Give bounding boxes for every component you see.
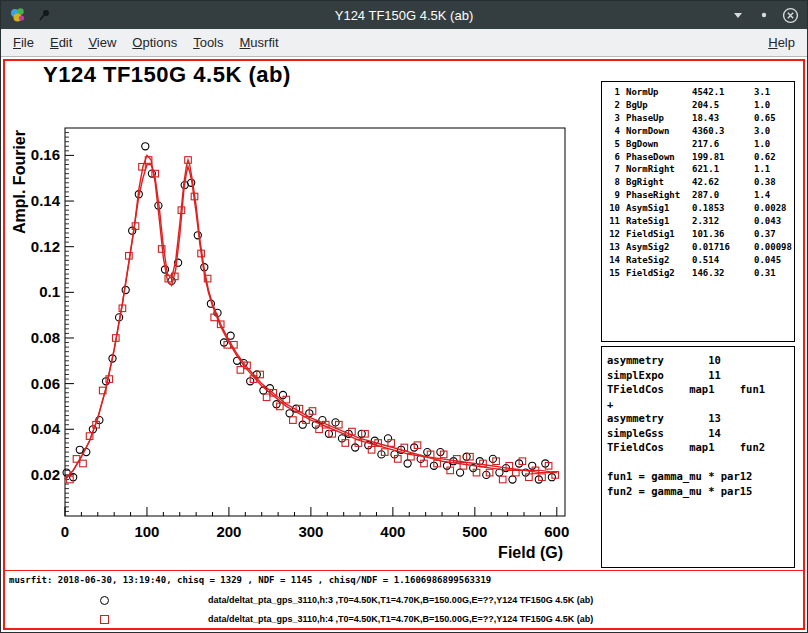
theory-line: fun1 = gamma_mu * par12 [607,469,794,484]
param-err: 3.1 [754,86,791,99]
plot-title: Y124 TF150G 4.5K (ab) [43,62,291,88]
menu-item-options[interactable]: Options [124,31,185,54]
footer-separator [5,570,803,571]
param-num: 1 [606,86,620,99]
y-tick-label: 0.08 [31,329,60,346]
pin-icon[interactable] [35,6,53,24]
param-name: FieldSig1 [626,228,692,241]
param-num: 12 [606,228,620,241]
param-name: RateSig1 [626,215,692,228]
param-name: NormUp [626,86,692,99]
param-name: NormRight [626,163,692,176]
param-err: 1.4 [754,189,791,202]
legend-circle-marker-icon [100,596,109,605]
param-row: 15FieldSig2146.320.31 [606,267,791,280]
data-point-circle [142,143,149,150]
param-name: RateSig2 [626,254,692,267]
theory-line: simpleGss 14 [607,426,794,441]
param-err: 0.38 [754,176,791,189]
fit-line [65,160,557,480]
x-tick-label: 400 [380,523,405,540]
menu-item-musrfit[interactable]: Musrfit [232,31,287,54]
menu-item-help[interactable]: Help [760,31,803,54]
data-point-square [263,394,270,401]
theory-line: TFieldCos map1 fun1 [607,382,794,397]
x-axis-title: Field (G) [498,544,563,561]
param-err: 0.045 [754,254,791,267]
data-point-square [499,476,506,483]
param-val: 0.01716 [692,241,754,254]
theory-line: fun2 = gamma_mu * par15 [607,484,794,499]
param-err: 0.65 [754,112,791,125]
fit-stats: musrfit: 2018-06-30, 13:19:40, chisq = 1… [9,575,491,585]
param-err: 0.043 [754,215,791,228]
data-point-circle [404,460,411,467]
fourier-plot[interactable]: 01002003004005006000.020.040.060.080.10.… [7,116,573,566]
param-val: 101.36 [692,228,754,241]
param-num: 9 [606,189,620,202]
param-val: 4360.3 [692,125,754,138]
param-num: 2 [606,99,620,112]
param-err: 0.00098 [754,241,792,254]
param-val: 199.81 [692,151,754,164]
param-err: 0.31 [754,267,791,280]
root-canvas[interactable]: Y124 TF150G 4.5K (ab) 010020030040050060… [3,59,805,630]
canvas-area: Y124 TF150G 4.5K (ab) 010020030040050060… [1,57,807,632]
menu-item-tools[interactable]: Tools [185,31,231,54]
param-val: 287.0 [692,189,754,202]
window-title: Y124 TF150G 4.5K (ab) [1,8,807,23]
data-point-square [237,367,244,374]
menu-item-edit[interactable]: Edit [42,31,80,54]
menu-item-view[interactable]: View [80,31,124,54]
fit-parameters-panel: 1NormUp4542.13.12BgUp204.51.03PhaseUp18.… [601,81,795,342]
x-tick-label: 300 [298,523,323,540]
param-name: BgDown [626,138,692,151]
param-err: 0.37 [754,228,791,241]
sticky-dot-icon[interactable] [755,6,773,24]
param-row: 5BgDown217.61.0 [606,138,791,151]
param-name: PhaseDown [626,151,692,164]
app-icon [9,6,27,24]
param-err: 0.0028 [754,202,791,215]
param-err: 1.0 [754,99,791,112]
param-name: BgUp [626,99,692,112]
param-num: 15 [606,267,620,280]
param-row: 11RateSig12.3120.043 [606,215,791,228]
param-name: AsymSig1 [626,202,692,215]
legend-label: data/deltat_pta_gps_3110,h:4 ,T0=4.50K,T… [208,614,593,624]
param-name: FieldSig2 [626,267,692,280]
param-num: 13 [606,241,620,254]
param-name: NormDown [626,125,692,138]
y-tick-label: 0.06 [31,375,60,392]
data-point-square [290,417,297,424]
titlebar[interactable]: Y124 TF150G 4.5K (ab) [1,1,807,29]
param-row: 8BgRight42.620.38 [606,176,791,189]
param-num: 4 [606,125,620,138]
x-tick-label: 200 [216,523,241,540]
param-val: 0.514 [692,254,754,267]
theory-line: TFieldCos map1 fun2 [607,440,794,455]
x-tick-label: 600 [544,523,569,540]
data-point-circle [122,286,129,293]
y-tick-label: 0.02 [31,466,60,483]
menubar: FileEditViewOptionsToolsMusrfit Help [1,29,807,57]
param-val: 204.5 [692,99,754,112]
legend-entry: data/deltat_pta_gps_3110,h:3 ,T0=4.50K,T… [5,593,799,608]
param-row: 10AsymSig10.18530.0028 [606,202,791,215]
menu-item-file[interactable]: File [5,31,42,54]
param-val: 146.32 [692,267,754,280]
param-val: 621.1 [692,163,754,176]
theory-panel: asymmetry 10simplExpo 11TFieldCos map1 f… [601,346,795,568]
y-tick-label: 0.14 [31,192,61,209]
x-tick-label: 0 [61,523,69,540]
param-err: 1.0 [754,138,791,151]
data-point-circle [457,469,464,476]
x-tick-label: 500 [462,523,487,540]
param-num: 5 [606,138,620,151]
data-point-square [80,460,87,467]
theory-line: simplExpo 11 [607,368,794,383]
chevron-down-icon[interactable] [729,6,747,24]
legend-label: data/deltat_pta_gps_3110,h:3 ,T0=4.50K,T… [208,595,593,605]
param-num: 7 [606,163,620,176]
close-icon[interactable] [781,6,799,24]
